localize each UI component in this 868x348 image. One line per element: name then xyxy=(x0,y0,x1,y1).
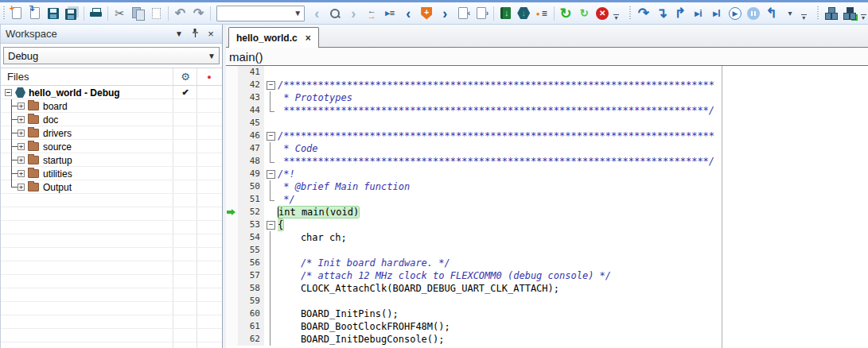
search-icon[interactable] xyxy=(326,5,344,22)
breakpoint-gutter[interactable] xyxy=(226,79,238,91)
make-target-icon[interactable]: ≡ xyxy=(533,5,551,22)
breakpoint-gutter[interactable] xyxy=(226,244,238,257)
function-context-bar[interactable]: main() xyxy=(226,48,868,66)
nav-back-icon[interactable]: ‹ xyxy=(308,5,326,22)
code-line-58[interactable]: 58 CLOCK_AttachClk(BOARD_DEBUG_UART_CLK_… xyxy=(226,282,722,295)
breakpoint-gutter[interactable] xyxy=(226,117,238,130)
code-line-54[interactable]: 54 char ch; xyxy=(226,231,722,244)
step-out-icon[interactable]: ↱ xyxy=(671,5,689,22)
breakpoint-gutter[interactable] xyxy=(226,104,238,117)
toolbar-overflow-icon[interactable]: ▾ xyxy=(612,5,621,22)
breakpoint-gutter[interactable] xyxy=(226,193,238,206)
breakpoint-gutter[interactable] xyxy=(226,130,238,142)
code-line-57[interactable]: 57 /* attach 12 MHz clock to FLEXCOMM0 (… xyxy=(226,269,722,282)
breakpoint-gutter[interactable] xyxy=(226,307,238,320)
tab-hello-world-c[interactable]: hello_world.c × xyxy=(228,27,319,48)
copy-icon[interactable] xyxy=(129,5,147,22)
breakpoint-gutter[interactable] xyxy=(226,320,238,333)
toolbar-grip[interactable] xyxy=(816,6,820,21)
breakpoint-gutter[interactable] xyxy=(226,155,238,168)
tree-item-board[interactable]: +board xyxy=(1,99,222,113)
expander-expand-icon[interactable]: + xyxy=(18,130,25,137)
toggle-bookmark-icon[interactable]: ←→ xyxy=(363,5,381,22)
cpu-reset-icon[interactable]: ↻ xyxy=(575,5,594,22)
config-selector-dropdown[interactable]: Debug ▼ xyxy=(3,47,220,64)
code-line-50[interactable]: 50 * @brief Main function xyxy=(226,180,722,193)
code-line-59[interactable]: 59 xyxy=(226,295,722,307)
breakpoint-gutter[interactable] xyxy=(226,91,238,104)
restart-icon[interactable]: ↰ xyxy=(762,5,780,22)
profiling-add-icon[interactable]: + xyxy=(840,5,858,22)
redo-icon[interactable]: ↷ xyxy=(189,5,208,22)
break-icon[interactable] xyxy=(744,5,762,22)
save-icon[interactable] xyxy=(45,5,63,22)
undo-icon[interactable]: ↶ xyxy=(171,5,189,22)
stop-debugging-icon[interactable]: ✕ xyxy=(594,5,612,22)
breakpoint-gutter[interactable] xyxy=(226,142,238,155)
profiling-icon[interactable] xyxy=(822,5,840,22)
breakpoint-gutter[interactable] xyxy=(226,257,238,269)
breakpoint-shield-icon[interactable]: + xyxy=(418,5,436,22)
breakpoint-gutter[interactable] xyxy=(226,218,238,231)
code-line-41[interactable]: 41 xyxy=(226,66,722,79)
code-line-48[interactable]: 48 *************************************… xyxy=(226,155,722,168)
breakpoint-gutter[interactable] xyxy=(226,206,238,218)
open-file-icon[interactable]: ↴ xyxy=(26,5,45,22)
tree-item-source[interactable]: +source xyxy=(1,140,222,153)
save-all-icon[interactable] xyxy=(63,5,81,22)
tree-item-project[interactable]: −hello_world - Debug✔ xyxy=(1,86,222,99)
nav-forward-icon[interactable]: › xyxy=(344,5,363,22)
breakpoint-gutter[interactable] xyxy=(226,295,238,307)
toolbar-overflow-icon[interactable]: ▾ xyxy=(799,5,808,22)
run-to-cursor-icon[interactable]: ▸I xyxy=(707,5,726,22)
code-line-42[interactable]: 42/*************************************… xyxy=(226,79,722,91)
fold-marker[interactable] xyxy=(264,168,278,180)
expander-expand-icon[interactable]: + xyxy=(18,170,25,177)
breakpoint-gutter[interactable] xyxy=(226,333,238,346)
next-statement-icon[interactable]: ▸i xyxy=(689,5,707,22)
tree-item-startup[interactable]: +startup xyxy=(1,153,222,167)
go-icon[interactable]: ▶ xyxy=(726,5,744,22)
breakpoint-dot-icon[interactable]: ● xyxy=(197,73,221,81)
breakpoint-gutter[interactable] xyxy=(226,66,238,79)
code-line-55[interactable]: 55 xyxy=(226,244,722,257)
prev-document-icon[interactable]: ‹ xyxy=(454,5,473,22)
next-document-icon[interactable]: › xyxy=(473,5,491,22)
close-icon[interactable]: × xyxy=(204,28,217,40)
breakpoint-gutter[interactable] xyxy=(226,180,238,193)
prev-bookmark-icon[interactable]: ‹ xyxy=(399,5,418,22)
panel-menu-icon[interactable]: ▼ xyxy=(173,29,185,38)
tab-close-icon[interactable]: × xyxy=(306,33,311,44)
code-line-43[interactable]: 43 * Prototypes xyxy=(226,91,722,104)
toolbar-grip[interactable] xyxy=(2,6,6,21)
code-line-47[interactable]: 47 * Code xyxy=(226,142,722,155)
expander-expand-icon[interactable]: + xyxy=(18,184,25,191)
tree-item-doc[interactable]: +doc xyxy=(1,113,222,126)
code-line-60[interactable]: 60 BOARD_InitPins(); xyxy=(226,307,722,320)
code-line-49[interactable]: 49/*! xyxy=(226,168,722,180)
new-file-icon[interactable]: + xyxy=(8,5,26,22)
expander-expand-icon[interactable]: + xyxy=(18,143,25,150)
settings-gear-icon[interactable]: ⚙ xyxy=(173,71,197,83)
code-line-51[interactable]: 51 */ xyxy=(226,193,722,206)
tree-item-utilities[interactable]: +utilities xyxy=(1,167,222,180)
paste-icon[interactable] xyxy=(147,5,165,22)
next-bookmark-icon[interactable]: › xyxy=(436,5,454,22)
expander-expand-icon[interactable]: + xyxy=(18,157,25,164)
reset-icon[interactable]: ↻ xyxy=(557,5,575,22)
expander-expand-icon[interactable]: + xyxy=(18,116,25,123)
code-line-45[interactable]: 45 xyxy=(226,117,722,130)
fold-marker[interactable] xyxy=(264,218,278,231)
print-icon[interactable] xyxy=(87,5,105,22)
tree-item-output[interactable]: +Output xyxy=(1,180,222,194)
toolbar-grip[interactable] xyxy=(629,6,633,21)
code-line-52[interactable]: 52int main(void) xyxy=(226,206,722,218)
code-line-56[interactable]: 56 /* Init board hardware. */ xyxy=(226,257,722,269)
step-over-icon[interactable]: ↷ xyxy=(634,5,652,22)
step-into-icon[interactable]: ↴ xyxy=(652,5,671,22)
download-and-debug-icon[interactable]: ↓ xyxy=(496,5,515,22)
breakpoint-gutter[interactable] xyxy=(226,168,238,180)
bookmark-list-icon[interactable]: ▸≡ xyxy=(381,5,399,22)
pin-icon[interactable] xyxy=(189,29,201,40)
breakpoint-gutter[interactable] xyxy=(226,282,238,295)
